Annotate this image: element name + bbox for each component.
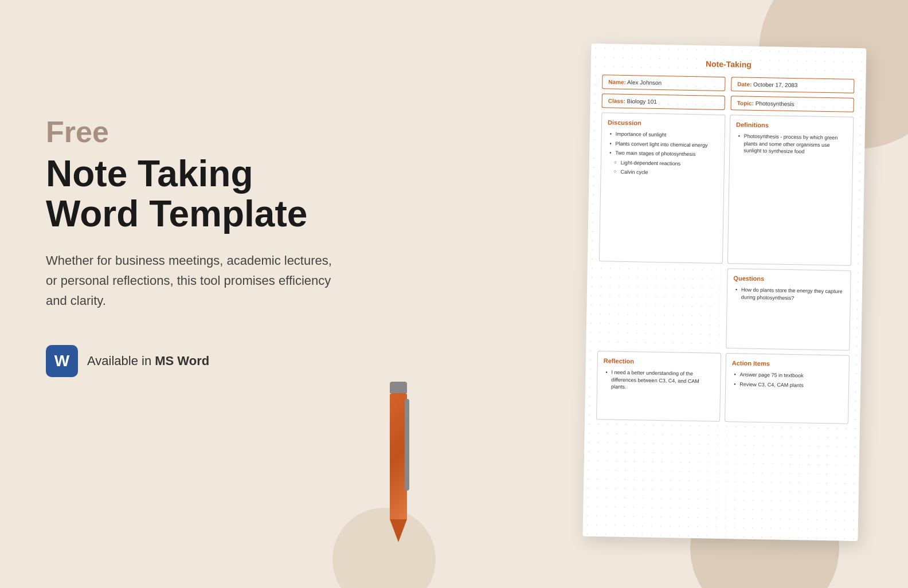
class-value: Biology 101 bbox=[627, 98, 656, 105]
topic-label: Topic: bbox=[737, 100, 754, 107]
topic-value: Photosynthesis bbox=[756, 100, 794, 107]
ms-word-badge: W Available in MS Word bbox=[46, 345, 378, 377]
discussion-box: Discussion Importance of sunlight Plants… bbox=[599, 112, 726, 264]
discussion-item-2: Plants convert light into chemical energ… bbox=[607, 140, 718, 149]
questions-row: Questions How do plants store the energy… bbox=[597, 266, 851, 351]
ms-word-bold-text: MS Word bbox=[155, 354, 209, 368]
reflection-title: Reflection bbox=[604, 357, 715, 366]
topic-field: Topic: Photosynthesis bbox=[731, 96, 854, 112]
document-card: Note-Taking Name: Alex Johnson Date: Oct… bbox=[583, 44, 867, 541]
spacer-left bbox=[597, 266, 722, 348]
action-items-box: Action Items Answer page 75 in textbook … bbox=[725, 353, 850, 424]
action-items-list: Answer page 75 in textbook Review C3, C4… bbox=[731, 371, 843, 390]
questions-list: How do plants store the energy they capt… bbox=[733, 286, 844, 303]
definition-item-1: Photosynthesis - process by which green … bbox=[735, 132, 847, 156]
class-label: Class: bbox=[608, 97, 625, 104]
date-field: Date: October 17, 2083 bbox=[731, 77, 854, 93]
bg-decoration-circle-bottom-left bbox=[332, 508, 436, 588]
action-item-1: Answer page 75 in textbook bbox=[731, 371, 843, 380]
date-value: October 17, 2083 bbox=[753, 81, 797, 88]
reflection-list: I need a better understanding of the dif… bbox=[603, 369, 715, 392]
doc-title: Note-Taking bbox=[602, 57, 855, 71]
action-items-title: Action Items bbox=[732, 359, 843, 368]
ms-word-available-text: Available in bbox=[87, 354, 151, 368]
discussion-item-3: Two main stages of photosynthesis bbox=[607, 150, 718, 159]
action-item-2: Review C3, C4, CAM plants bbox=[731, 381, 843, 390]
ms-word-text: Available in MS Word bbox=[87, 354, 209, 369]
reflection-box: Reflection I need a better understanding… bbox=[596, 351, 721, 422]
name-field: Name: Alex Johnson bbox=[602, 75, 725, 91]
questions-box: Questions How do plants store the energy… bbox=[726, 268, 851, 351]
discussion-item-4: Light-dependent reactions bbox=[607, 159, 718, 168]
class-field: Class: Biology 101 bbox=[602, 93, 725, 110]
pen-top bbox=[390, 382, 407, 393]
discussion-item-1: Importance of sunlight bbox=[608, 130, 719, 139]
name-date-row: Name: Alex Johnson Date: October 17, 208… bbox=[602, 75, 854, 93]
discussion-item-5: Calvin cycle bbox=[607, 168, 718, 178]
main-title: Note Taking Word Template bbox=[46, 154, 378, 234]
title-line1: Note Taking bbox=[46, 153, 253, 194]
bottom-grid: Reflection I need a better understanding… bbox=[596, 351, 850, 424]
definitions-title: Definitions bbox=[736, 121, 847, 130]
name-value: Alex Johnson bbox=[627, 79, 662, 86]
pen-clip bbox=[405, 399, 409, 491]
description-text: Whether for business meetings, academic … bbox=[46, 250, 344, 311]
definitions-list: Photosynthesis - process by which green … bbox=[735, 132, 847, 156]
ms-word-icon: W bbox=[46, 345, 78, 377]
ms-word-letter: W bbox=[54, 352, 69, 370]
questions-title: Questions bbox=[733, 275, 844, 283]
name-label: Name: bbox=[608, 79, 626, 85]
class-topic-row: Class: Biology 101 Topic: Photosynthesis bbox=[602, 93, 854, 112]
definitions-box: Definitions Photosynthesis - process by … bbox=[727, 115, 854, 266]
pen-body bbox=[390, 393, 407, 519]
main-content-grid: Discussion Importance of sunlight Plants… bbox=[599, 112, 854, 266]
question-item-1: How do plants store the energy they capt… bbox=[733, 286, 844, 303]
pen-decoration bbox=[390, 382, 407, 542]
pen-tip bbox=[390, 519, 407, 542]
free-label: Free bbox=[46, 115, 378, 149]
discussion-title: Discussion bbox=[608, 119, 719, 127]
discussion-list: Importance of sunlight Plants convert li… bbox=[607, 130, 719, 177]
reflection-item-1: I need a better understanding of the dif… bbox=[603, 369, 715, 392]
left-section: Free Note Taking Word Template Whether f… bbox=[46, 115, 378, 377]
date-label: Date: bbox=[737, 81, 752, 87]
title-line2: Word Template bbox=[46, 193, 307, 234]
